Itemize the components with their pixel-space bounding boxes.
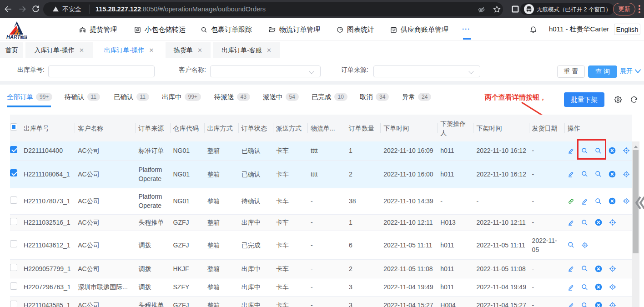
svg-text:HART航瑞: HART航瑞 — [6, 34, 27, 39]
